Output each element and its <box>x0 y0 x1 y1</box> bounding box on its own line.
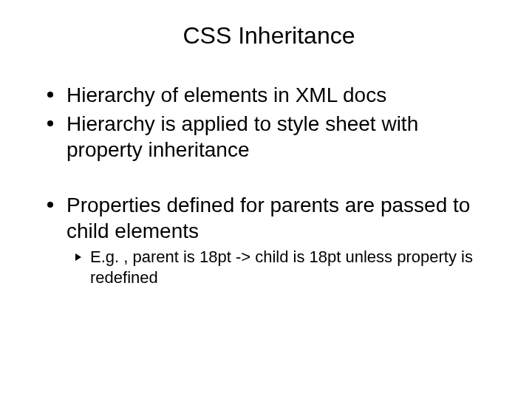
sub-bullet-list: E.g. , parent is 18pt -> child is 18pt u… <box>66 247 491 287</box>
bullet-list: Properties defined for parents are passe… <box>43 192 495 287</box>
sub-bullet-text: E.g. , parent is 18pt -> child is 18pt u… <box>90 248 473 287</box>
slide: CSS Inheritance Hierarchy of elements in… <box>0 0 532 399</box>
bullet-text: Hierarchy of elements in XML docs <box>66 83 386 106</box>
bullet-item: Hierarchy is applied to style sheet with… <box>43 111 491 163</box>
bullet-list: Hierarchy of elements in XML docs Hierar… <box>43 82 495 163</box>
bullet-item: Hierarchy of elements in XML docs <box>43 82 491 108</box>
bullet-text: Properties defined for parents are passe… <box>66 194 470 242</box>
spacer <box>43 166 495 192</box>
bullet-text: Hierarchy is applied to style sheet with… <box>66 112 418 161</box>
sub-bullet-item: E.g. , parent is 18pt -> child is 18pt u… <box>74 247 491 287</box>
bullet-item: Properties defined for parents are passe… <box>43 192 491 287</box>
slide-title: CSS Inheritance <box>43 22 495 50</box>
